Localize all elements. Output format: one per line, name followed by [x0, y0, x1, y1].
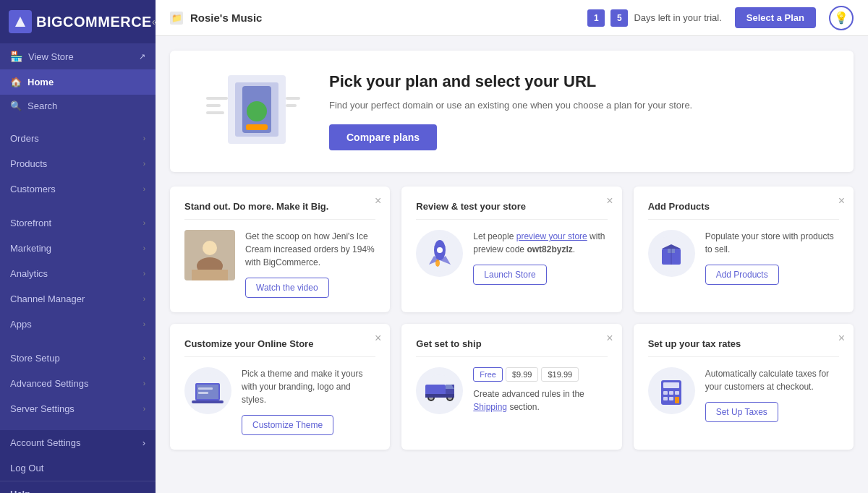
launch-store-button[interactable]: Launch Store [473, 265, 546, 285]
card-customize-store-content: Pick a theme and make it yours with your… [242, 367, 375, 435]
store-icon: 🏪 [10, 51, 22, 62]
svg-rect-10 [286, 104, 297, 107]
sidebar-item-analytics[interactable]: Analytics › [0, 261, 156, 286]
sidebar-item-home[interactable]: 🏠 Home [0, 69, 156, 95]
card-tax-rates: × Set up your tax rates [634, 324, 854, 450]
chevron-icon: › [143, 405, 145, 413]
sidebar-item-server-settings[interactable]: Server Settings › [0, 396, 156, 421]
svg-point-4 [247, 101, 267, 121]
products-label: Products [10, 158, 47, 169]
storefront-label: Storefront [10, 218, 51, 228]
cards-grid: × Stand out. Do more. Make it Big. Get t… [170, 187, 854, 450]
card-add-products-content: Populate your store with products to sel… [705, 230, 839, 285]
card-add-products: × Add Products Populate your store wi [634, 187, 854, 312]
sidebar-item-log-out[interactable]: Log Out [0, 455, 156, 481]
shipping-link[interactable]: Shipping [473, 402, 507, 412]
sidebar-item-orders[interactable]: Orders › [0, 126, 156, 151]
sidebar-item-products[interactable]: Products › [0, 151, 156, 176]
svg-rect-45 [669, 391, 673, 395]
close-icon[interactable]: × [375, 333, 381, 344]
close-icon[interactable]: × [838, 195, 845, 207]
sidebar-item-advanced-settings[interactable]: Advanced Settings › [0, 371, 156, 396]
compare-plans-button[interactable]: Compare plans [329, 124, 437, 150]
sidebar-item-search[interactable]: 🔍 Search [0, 95, 156, 117]
trial-day-1: 1 [587, 9, 605, 27]
add-products-button[interactable]: Add Products [705, 265, 779, 285]
svg-rect-5 [246, 124, 268, 130]
svg-point-19 [437, 247, 443, 253]
close-icon[interactable]: × [606, 333, 613, 344]
card-review-store-image [416, 230, 463, 277]
card-tax-rates-body: Automatically calculate taxes for your c… [648, 367, 839, 422]
sidebar-item-view-store[interactable]: 🏪 View Store ↗ [0, 43, 156, 69]
store-folder-icon: 📁 [170, 12, 183, 25]
card-add-products-body: Populate your store with products to sel… [648, 230, 839, 285]
select-plan-button[interactable]: Select a Plan [735, 7, 816, 28]
svg-rect-48 [669, 397, 673, 400]
set-up-taxes-button[interactable]: Set Up Taxes [705, 402, 778, 422]
chevron-icon: › [143, 160, 145, 168]
svg-rect-40 [425, 394, 454, 398]
store-setup-label: Store Setup [10, 353, 60, 364]
customers-label: Customers [10, 184, 56, 194]
card-stand-out-title: Stand out. Do more. Make it Big. [184, 201, 375, 220]
trial-area: 1 5 Days left in your trial. Select a Pl… [587, 6, 854, 30]
chevron-icon: › [142, 437, 145, 448]
chevron-icon: › [143, 244, 145, 252]
svg-rect-43 [663, 382, 679, 388]
server-settings-label: Server Settings [10, 403, 75, 414]
brand-icon [9, 10, 32, 33]
orders-label: Orders [10, 133, 39, 144]
sidebar: BIGCOMMERCE « 🏪 View Store ↗ 🏠 Home 🔍 Se… [0, 0, 156, 493]
card-stand-out: × Stand out. Do more. Make it Big. Get t… [170, 187, 390, 312]
watch-video-button[interactable]: Watch the video [245, 278, 329, 298]
sidebar-item-channel-manager[interactable]: Channel Manager › [0, 286, 156, 312]
card-review-store-content: Let people preview your store with previ… [473, 230, 607, 285]
chevron-icon: › [143, 354, 145, 362]
card-get-ship-title: Get set to ship [416, 338, 607, 357]
sidebar-item-store-setup[interactable]: Store Setup › [0, 346, 156, 371]
lightbulb-icon: 💡 [834, 11, 848, 25]
hero-illustration [192, 68, 307, 155]
sidebar-item-apps[interactable]: Apps › [0, 312, 156, 337]
page-content: Pick your plan and select your URL Find … [156, 36, 868, 493]
card-stand-out-content: Get the scoop on how Jeni's Ice Cream in… [245, 230, 375, 298]
hero-description: Find your perfect domain or use an exist… [329, 98, 692, 113]
card-customize-store-title: Customize your Online Store [184, 338, 375, 357]
card-customize-store-body: Pick a theme and make it yours with your… [184, 367, 375, 435]
close-icon[interactable]: × [375, 195, 381, 207]
chevron-icon: › [143, 270, 145, 278]
hero-title: Pick your plan and select your URL [329, 72, 692, 91]
lightbulb-button[interactable]: 💡 [829, 6, 854, 30]
advanced-settings-label: Advanced Settings [10, 378, 88, 389]
apps-label: Apps [10, 319, 32, 330]
svg-rect-9 [286, 97, 300, 100]
store-name-area: 📁 Rosie's Music [170, 12, 587, 25]
log-out-label: Log Out [10, 463, 43, 473]
view-store-label: View Store [28, 51, 74, 62]
help-section: Help Support Pin: #35506 ▲ [0, 481, 156, 493]
card-get-ship-body: Free $9.99 $19.99 Create advanced rules … [416, 367, 607, 422]
svg-rect-31 [198, 392, 208, 394]
sidebar-item-account-settings[interactable]: Account Settings › [0, 430, 156, 455]
sidebar-item-storefront[interactable]: Storefront › [0, 210, 156, 236]
close-icon[interactable]: × [606, 195, 613, 207]
svg-rect-7 [206, 104, 221, 107]
channel-manager-label: Channel Manager [10, 293, 85, 304]
card-tax-rates-image [648, 367, 695, 414]
sidebar-item-marketing[interactable]: Marketing › [0, 236, 156, 261]
preview-store-link[interactable]: preview your store [516, 231, 587, 241]
chevron-icon: › [143, 295, 145, 303]
card-stand-out-text: Get the scoop on how Jeni's Ice Cream in… [245, 230, 375, 269]
card-customize-store-image [184, 367, 231, 414]
svg-rect-47 [663, 397, 668, 400]
store-name: Rosie's Music [190, 12, 262, 24]
sidebar-item-customers[interactable]: Customers › [0, 176, 156, 202]
customize-theme-button[interactable]: Customize Theme [242, 415, 333, 435]
account-settings-label: Account Settings [10, 437, 81, 448]
card-get-ship-content: Free $9.99 $19.99 Create advanced rules … [473, 367, 607, 422]
home-label: Home [27, 77, 54, 87]
home-icon: 🏠 [10, 77, 22, 87]
chevron-icon: › [143, 185, 145, 193]
close-icon[interactable]: × [838, 333, 845, 344]
